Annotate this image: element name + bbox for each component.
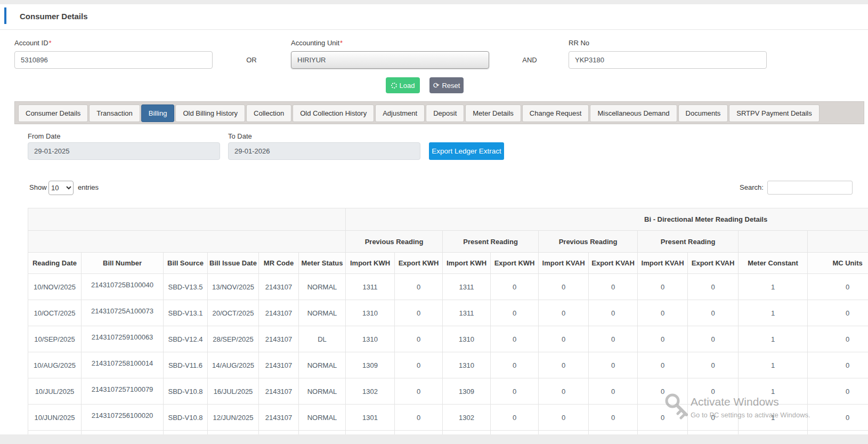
table-cell: 28/SEP/2025 — [208, 326, 259, 352]
table-cell: NORMAL — [299, 378, 346, 405]
group-header-spacer — [28, 208, 346, 231]
table-cell: SBD-V13.5 — [164, 274, 208, 300]
table-cell: 0 — [808, 274, 868, 300]
from-date-input[interactable] — [28, 142, 220, 160]
table-row: 10/JUL/20252143107257100079SBD-V10.816/J… — [28, 378, 868, 405]
to-date-input[interactable] — [228, 142, 420, 160]
tab-srtpv-payment-details[interactable]: SRTPV Payment Details — [729, 104, 819, 122]
table-cell: 0 — [688, 274, 739, 300]
load-button[interactable]: Load — [386, 77, 420, 93]
table-cell: 214310725B100040 — [82, 274, 164, 300]
table-row: 10/NOV/2025214310725B100040SBD-V13.513/N… — [28, 274, 868, 300]
table-cell: 16/JUL/2025 — [208, 378, 259, 405]
table-cell: 10/JUL/2025 — [28, 378, 82, 405]
consumer-details-card: Consumer Details Account ID* OR Accounti… — [0, 4, 868, 434]
table-cell: 1310 — [346, 300, 395, 326]
accounting-unit-input[interactable] — [291, 51, 489, 69]
table-cell: 14/AUG/2025 — [208, 352, 259, 378]
table-cell: 1 — [739, 405, 808, 431]
subgroup-header: Present Reading — [638, 231, 739, 253]
rr-no-input[interactable] — [569, 51, 767, 69]
from-date-label: From Date — [28, 132, 60, 140]
table-cell: 1309 — [443, 378, 491, 405]
table-row: 10/AUG/20252143107258100014SBD-V11.614/A… — [28, 352, 868, 378]
billing-table: Bi - Directional Meter Reading DetailsPr… — [28, 208, 868, 434]
table-cell: 2143107 — [259, 378, 299, 405]
table-cell: 12/JUN/2025 — [208, 405, 259, 431]
table-cell: SBD-V11.6 — [164, 352, 208, 378]
column-header: Import KVAH — [638, 253, 688, 274]
page-size-select[interactable]: 10 — [48, 181, 74, 195]
table-cell — [491, 431, 539, 435]
table-cell — [164, 431, 208, 435]
tab-miscellaneous-demand[interactable]: Miscellaneous Demand — [590, 104, 677, 122]
table-cell: 0 — [808, 378, 868, 405]
and-label: AND — [518, 51, 541, 69]
tab-adjustment[interactable]: Adjustment — [375, 104, 425, 122]
table-cell: 2143107259100063 — [82, 326, 164, 352]
tab-meter-details[interactable]: Meter Details — [465, 104, 521, 122]
table-cell: 10/AUG/2025 — [28, 352, 82, 378]
table-cell: 0 — [491, 378, 539, 405]
reset-sync-icon: ⟳ — [433, 82, 440, 89]
table-cell: 0 — [395, 352, 443, 378]
table-cell: 0 — [688, 405, 739, 431]
table-cell: 0 — [638, 378, 688, 405]
table-cell: 0 — [808, 300, 868, 326]
reset-button[interactable]: ⟳ Reset — [429, 77, 464, 93]
table-cell: 20/OCT/2025 — [208, 300, 259, 326]
tab-old-billing-history[interactable]: Old Billing History — [175, 104, 245, 122]
account-id-input[interactable] — [14, 51, 213, 69]
table-cell — [28, 431, 82, 435]
search-input[interactable] — [767, 181, 853, 195]
table-cell: 0 — [589, 405, 638, 431]
table-cell — [808, 431, 868, 435]
tab-documents[interactable]: Documents — [678, 104, 728, 122]
table-cell: 0 — [589, 352, 638, 378]
table-cell: 1 — [739, 326, 808, 352]
table-cell: 0 — [539, 300, 589, 326]
column-header-row: Reading DateBill NumberBill SourceBill I… — [28, 253, 868, 274]
column-header: Import KWH — [443, 253, 491, 274]
column-header: Meter Status — [299, 253, 346, 274]
table-cell: 13/NOV/2025 — [208, 274, 259, 300]
export-ledger-extract-button[interactable]: Export Ledger Extract — [429, 142, 504, 160]
table-cell — [539, 431, 589, 435]
table-cell — [688, 431, 739, 435]
table-cell: 0 — [638, 326, 688, 352]
table-cell: 0 — [395, 405, 443, 431]
billing-table-container: Bi - Directional Meter Reading DetailsPr… — [28, 208, 868, 434]
tab-collection[interactable]: Collection — [246, 104, 291, 122]
tab-change-request[interactable]: Change Request — [522, 104, 589, 122]
entries-label: entries — [78, 183, 99, 191]
tab-transaction[interactable]: Transaction — [89, 104, 140, 122]
tab-old-collection-history[interactable]: Old Collection History — [293, 104, 374, 122]
table-cell: 0 — [688, 300, 739, 326]
header-divider — [0, 29, 868, 30]
table-cell — [346, 431, 395, 435]
table-cell: 0 — [539, 405, 589, 431]
subgroup-spacer — [28, 231, 346, 253]
table-cell: 0 — [539, 326, 589, 352]
table-cell — [638, 431, 688, 435]
table-cell: 0 — [688, 378, 739, 405]
tab-billing[interactable]: Billing — [141, 104, 175, 122]
table-cell: 0 — [638, 274, 688, 300]
table-cell: 1310 — [346, 326, 395, 352]
table-cell: 214310725A100073 — [82, 300, 164, 326]
column-header: Export KWH — [395, 253, 443, 274]
table-cell: 2143107 — [259, 274, 299, 300]
table-cell: 0 — [589, 300, 638, 326]
account-id-label: Account ID* — [14, 39, 52, 47]
column-header: Import KVAH — [539, 253, 589, 274]
table-cell — [82, 431, 164, 435]
table-cell: 0 — [539, 274, 589, 300]
column-header: Bill Source — [164, 253, 208, 274]
table-cell: 2143107 — [259, 405, 299, 431]
table-cell: 1310 — [443, 326, 491, 352]
tab-consumer-details[interactable]: Consumer Details — [18, 104, 88, 122]
table-cell: 10/SEP/2025 — [28, 326, 82, 352]
tab-deposit[interactable]: Deposit — [426, 104, 464, 122]
column-header: Export KVAH — [589, 253, 638, 274]
to-date-label: To Date — [228, 132, 252, 140]
